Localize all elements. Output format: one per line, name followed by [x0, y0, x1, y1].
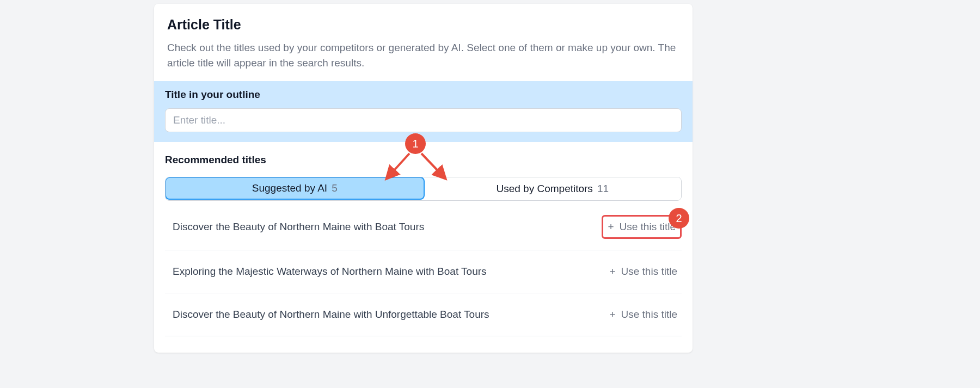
section-title: Article Title	[167, 17, 679, 33]
article-title-card: Article Title Check out the titles used …	[154, 4, 693, 353]
title-in-outline-label: Title in your outline	[165, 89, 682, 101]
list-item: Exploring the Majestic Waterways of Nort…	[165, 250, 682, 293]
annotation-callout-2: 2	[669, 208, 689, 229]
recommended-section: Recommended titles Suggested by AI 5 Use…	[154, 142, 693, 353]
tab-suggested-by-ai[interactable]: Suggested by AI 5	[165, 177, 425, 200]
annotation-callout-1: 1	[405, 133, 426, 154]
suggested-title-text: Discover the Beauty of Northern Maine wi…	[165, 221, 602, 233]
tab-used-by-competitors[interactable]: Used by Competitors 11	[424, 177, 682, 200]
suggested-title-text: Discover the Beauty of Northern Maine wi…	[165, 309, 605, 321]
use-this-title-label: Use this title	[620, 221, 676, 233]
title-tabs: Suggested by AI 5 Used by Competitors 11	[165, 177, 682, 201]
title-input[interactable]	[165, 108, 682, 132]
use-this-title-label: Use this title	[621, 309, 677, 321]
list-item: Discover the Beauty of Northern Maine wi…	[165, 293, 682, 336]
tab-label: Suggested by AI	[252, 182, 327, 194]
tab-label: Used by Competitors	[496, 183, 592, 195]
suggested-title-text: Exploring the Majestic Waterways of Nort…	[165, 266, 605, 278]
use-this-title-label: Use this title	[621, 266, 677, 278]
plus-icon: +	[608, 221, 614, 233]
callout-number: 1	[412, 138, 418, 150]
callout-number: 2	[676, 212, 682, 225]
list-item-partial	[165, 336, 682, 353]
tab-count: 5	[332, 182, 338, 194]
plus-icon: +	[609, 266, 615, 278]
recommended-heading: Recommended titles	[165, 154, 682, 166]
tab-count: 11	[597, 183, 609, 195]
plus-icon: +	[609, 309, 615, 321]
section-description: Check out the titles used by your compet…	[167, 40, 679, 70]
use-this-title-button[interactable]: + Use this title	[605, 304, 682, 325]
title-in-outline-panel: Title in your outline	[154, 81, 693, 142]
card-header: Article Title Check out the titles used …	[154, 4, 693, 81]
list-item: Discover the Beauty of Northern Maine wi…	[165, 204, 682, 250]
use-this-title-button[interactable]: + Use this title	[605, 261, 682, 282]
suggested-title-list: Discover the Beauty of Northern Maine wi…	[165, 204, 682, 353]
